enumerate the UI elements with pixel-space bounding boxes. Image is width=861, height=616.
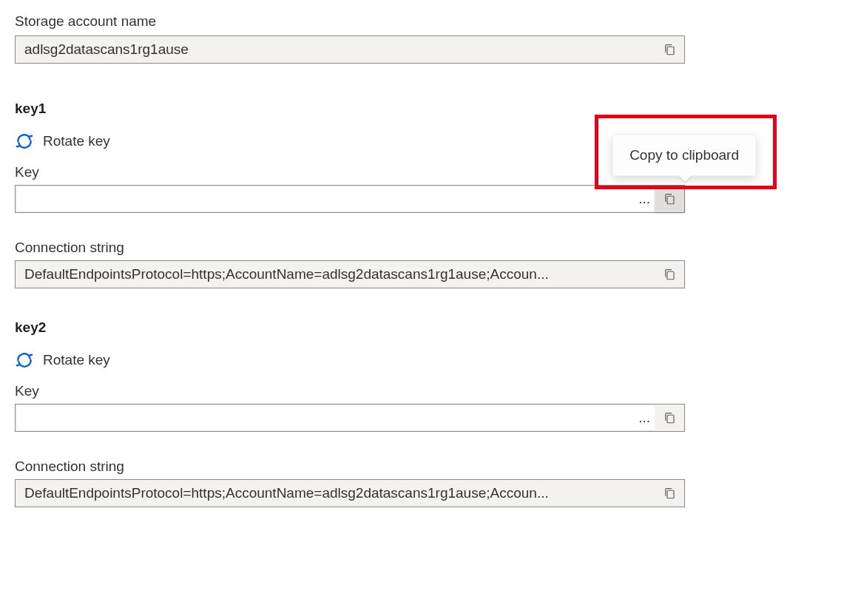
key1-connstr-value: DefaultEndpointsProtocol=https;AccountNa…	[24, 266, 655, 282]
key2-connstr-value: DefaultEndpointsProtocol=https;AccountNa…	[24, 485, 655, 501]
copy-icon	[663, 411, 676, 424]
storage-account-field: adlsg2datascans1rg1ause	[15, 35, 685, 64]
copy-storage-account-button[interactable]	[661, 41, 678, 58]
key1-key-value: ...	[17, 187, 655, 211]
copy-icon	[663, 192, 676, 206]
copy-icon	[663, 487, 676, 500]
copy-key2-connstr-button[interactable]	[661, 484, 678, 502]
key2-key-value: ...	[17, 406, 655, 430]
copy-key1-connstr-button[interactable]	[661, 265, 678, 283]
key1-heading: key1	[15, 101, 846, 117]
copy-icon	[663, 43, 676, 56]
rotate-key-label: Rotate key	[43, 133, 110, 149]
rotate-key-label: Rotate key	[43, 352, 110, 368]
rotate-icon	[15, 132, 34, 151]
key2-connstr-field: DefaultEndpointsProtocol=https;AccountNa…	[15, 479, 685, 507]
key1-key-field: ...	[15, 185, 685, 213]
key2-connstr-label: Connection string	[15, 458, 846, 475]
rotate-icon	[15, 351, 34, 370]
copy-key2-button[interactable]	[655, 405, 684, 431]
copy-key1-button[interactable]	[655, 186, 684, 212]
key2-key-field: ...	[15, 404, 685, 432]
key1-connstr-field: DefaultEndpointsProtocol=https;AccountNa…	[15, 260, 685, 288]
key2-key-label: Key	[15, 383, 846, 399]
copy-tooltip: Copy to clipboard	[612, 135, 756, 176]
storage-account-label: Storage account name	[15, 13, 846, 30]
storage-account-value: adlsg2datascans1rg1ause	[24, 41, 655, 58]
copy-icon	[663, 268, 676, 281]
key1-connstr-label: Connection string	[15, 240, 846, 256]
key2-rotate-button[interactable]: Rotate key	[15, 351, 846, 370]
key2-heading: key2	[15, 319, 846, 336]
